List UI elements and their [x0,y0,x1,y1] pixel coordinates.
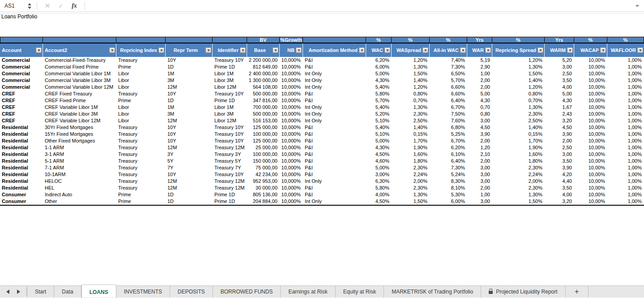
cell-war[interactable]: 3,00 [467,198,492,205]
cell-nb[interactable]: 10,000% [280,111,303,117]
cell-repr-term[interactable]: 12M [166,144,213,151]
cell-wafloor[interactable]: 1,00% [607,171,644,178]
filter-button[interactable] [384,48,390,53]
cell-wafloor[interactable]: 1,00% [607,91,644,97]
cell-repricing-spread[interactable]: 2,30% [492,111,545,117]
scroll-tabs-right-icon[interactable] [17,289,20,294]
fx-icon[interactable]: fx [68,2,81,9]
filter-button[interactable] [359,48,365,53]
cell-amortization-method[interactable]: Int Only [303,111,366,117]
cell-repricing-index[interactable]: Treasury [116,57,166,64]
cell-repricing-spread[interactable]: 1,90% [492,144,545,151]
cell-amortization-method[interactable]: P&I [303,97,366,104]
cell-nb[interactable]: 10,000% [280,117,303,124]
unit-cell-base[interactable]: BV [247,37,280,43]
cell-war[interactable]: 2,00 [467,77,492,84]
cell-waspread[interactable]: 1,30% [392,191,430,198]
cell-wafloor[interactable]: 1,00% [607,138,644,144]
cell-repr-term[interactable]: 1D [166,64,213,70]
cell-base[interactable]: 805 136,00 [247,191,280,198]
cell-nb[interactable]: 10,000% [280,57,303,64]
filter-button[interactable] [422,48,428,53]
column-header-account2[interactable]: Account2 [43,43,116,57]
cell-account2[interactable]: Other [43,198,116,205]
cell-nb[interactable]: 10,000% [280,171,303,178]
cell-identifier[interactable]: Libor 1M [213,104,247,111]
cell-repr-term[interactable]: 10Y [166,124,213,131]
cell-all-in-wac[interactable]: 8,10% [430,185,467,191]
cell-nb[interactable]: 10,000% [280,77,303,84]
cell-warm[interactable]: 3,50 [545,185,574,191]
column-header-wafloor[interactable]: WAFLOOR [607,43,644,57]
tab-data[interactable]: Data [54,286,81,298]
cell-repricing-spread[interactable]: 1,20% [492,57,545,64]
cell-nb[interactable]: 10,000% [280,138,303,144]
cell-repricing-spread[interactable]: 2,00% [492,178,545,185]
cell-base[interactable]: 125 000,00 [247,138,280,144]
cell-repr-term[interactable]: 10Y [166,131,213,138]
filter-button[interactable] [158,48,164,53]
cell-nb[interactable]: 10,000% [280,84,303,91]
cell-amortization-method[interactable]: Int Only [303,117,366,124]
cell-repricing-index[interactable]: Libor [116,104,166,111]
cell-warm[interactable]: 2,43 [545,111,574,117]
tab-borrowed-funds[interactable]: BORROWED FUNDS [213,286,281,298]
cell-account[interactable]: CREF [0,97,43,104]
cancel-formula-icon[interactable]: ✕ [41,2,54,10]
cell-nb[interactable]: 10,000% [280,91,303,97]
cell-wafloor[interactable]: 1,00% [607,178,644,185]
cell-all-in-wac[interactable]: 7,50% [430,111,467,117]
cell-repricing-spread[interactable]: 1,60% [492,151,545,158]
cell-base[interactable]: 516 153,00 [247,117,280,124]
cell-amortization-method[interactable]: Int Only [303,84,366,91]
cell-nb[interactable]: 10,000% [280,178,303,185]
cell-wac[interactable]: 6,30% [366,178,392,185]
cell-repricing-index[interactable]: Prime [116,97,166,104]
cell-base[interactable]: 2 200 000,00 [247,57,280,64]
cell-amortization-method[interactable]: P&I [303,171,366,178]
cell-account2[interactable]: 10-1ARM [43,171,116,178]
cell-repr-term[interactable]: 3Y [166,151,213,158]
spinner-down-icon[interactable] [28,7,31,9]
column-header-wac[interactable]: WAC [366,43,392,57]
cell-amortization-method[interactable]: P&I [303,158,366,164]
cell-war[interactable]: 3,00 [467,171,492,178]
cell-war[interactable]: 5,00 [467,91,492,97]
filter-button[interactable] [205,48,211,53]
cell-repr-term[interactable]: 10Y [166,57,213,64]
cell-warm[interactable]: 3,90 [545,131,574,138]
cell-all-in-wac[interactable]: 6,70% [430,138,467,144]
cell-wacap[interactable]: 10,00% [574,191,607,198]
cell-identifier[interactable]: Treasury 10Y [213,171,247,178]
cell-account[interactable]: CREF [0,91,43,97]
cell-wacap[interactable]: 10,00% [574,198,607,205]
cell-war[interactable]: 3,00 [467,117,492,124]
cell-repr-term[interactable]: 1D [166,97,213,104]
cell-nb[interactable]: 10,000% [280,151,303,158]
cell-wafloor[interactable]: 1,00% [607,191,644,198]
cell-repricing-spread[interactable]: 1,50% [492,70,545,77]
cell-war[interactable]: 5,19 [467,57,492,64]
cell-wafloor[interactable]: 1,00% [607,104,644,111]
column-header-amortization-method[interactable]: Amortization Method [303,43,366,57]
cell-repricing-index[interactable]: Treasury [116,151,166,158]
filter-button[interactable] [273,48,278,53]
cell-identifier[interactable]: Treasury 10Y [213,91,247,97]
column-header-war[interactable]: WAR [467,43,492,57]
cell-amortization-method[interactable]: Int Only [303,104,366,111]
cell-all-in-wac[interactable]: 5,70% [430,77,467,84]
cell-war[interactable]: 2,00 [467,158,492,164]
cell-account2[interactable]: CREF Fixed Prime [43,97,116,104]
cell-amortization-method[interactable]: P&I [303,151,366,158]
cell-warm[interactable]: 3,20 [545,117,574,124]
cell-war[interactable]: 2,00 [467,185,492,191]
cell-warm[interactable]: 4,20 [545,171,574,178]
cell-repr-term[interactable]: 1M [166,104,213,111]
column-header-nb[interactable]: NB [280,43,303,57]
filter-button[interactable] [567,48,573,53]
unit-cell-account[interactable] [0,37,43,43]
cell-account[interactable]: Residential [0,144,43,151]
cell-wacap[interactable]: 10,00% [574,185,607,191]
unit-cell-warm[interactable]: Yrs [545,37,574,43]
cell-account2[interactable]: CREF Variable Libor 12M [43,117,116,124]
